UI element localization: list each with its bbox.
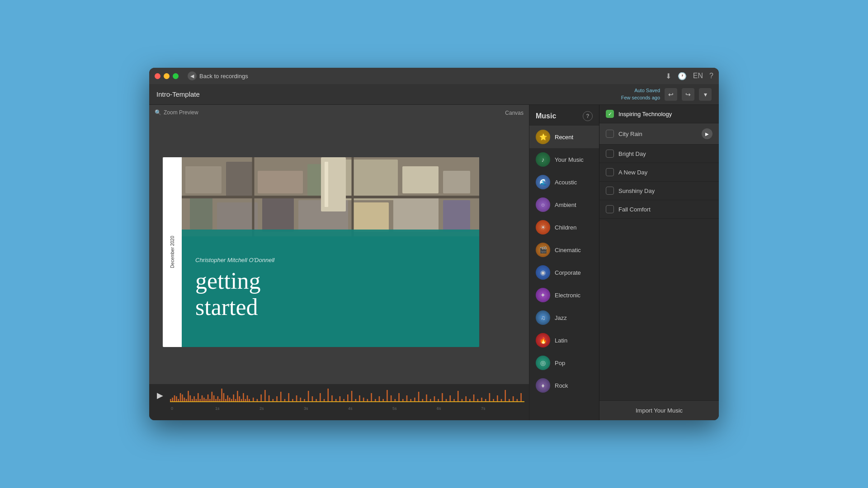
svg-rect-54 bbox=[237, 391, 238, 402]
slide-top-photo bbox=[163, 157, 479, 236]
pop-icon: ◎ bbox=[536, 356, 550, 370]
undo-button[interactable]: ↩ bbox=[665, 88, 677, 101]
category-item-corporate[interactable]: ◉ Corporate bbox=[529, 261, 599, 284]
svg-rect-42 bbox=[213, 395, 215, 402]
svg-rect-9 bbox=[217, 202, 258, 232]
track-item-brightday[interactable]: Bright Day bbox=[599, 145, 719, 163]
svg-rect-95 bbox=[387, 390, 388, 402]
svg-rect-57 bbox=[243, 393, 244, 402]
slide-author: Christopher Mitchell O'Donnell bbox=[195, 257, 466, 263]
track-checkbox-anewday[interactable] bbox=[606, 168, 614, 176]
svg-rect-26 bbox=[182, 394, 183, 402]
svg-rect-85 bbox=[347, 394, 349, 402]
slide-line1: getting bbox=[195, 268, 260, 294]
category-item-latin[interactable]: 🔥 Latin bbox=[529, 329, 599, 352]
slide[interactable]: December 2020 Christopher Mitchell O'Don… bbox=[163, 157, 479, 347]
second-bar: Intro-Template Auto Saved Few seconds ag… bbox=[149, 84, 719, 105]
import-music-button[interactable]: Import Your Music bbox=[599, 400, 719, 420]
svg-rect-98 bbox=[398, 393, 400, 402]
category-item-jazz[interactable]: ♫ Jazz bbox=[529, 306, 599, 329]
ruler-mark-0: 0 bbox=[170, 406, 214, 411]
svg-rect-125 bbox=[505, 390, 506, 402]
back-label: Back to recordings bbox=[199, 73, 248, 80]
download-icon[interactable]: ⬇ bbox=[665, 72, 671, 80]
slide-date: December 2020 bbox=[170, 236, 175, 268]
track-item-fallcomfort[interactable]: Fall Comfort bbox=[599, 200, 719, 219]
ruler-mark-7s: 7s bbox=[480, 406, 524, 411]
svg-rect-46 bbox=[221, 389, 222, 402]
svg-rect-105 bbox=[426, 394, 427, 402]
category-item-cinematic[interactable]: 🎬 Cinematic bbox=[529, 239, 599, 261]
svg-rect-123 bbox=[497, 395, 498, 402]
more-options-button[interactable]: ▾ bbox=[699, 88, 712, 101]
svg-rect-14 bbox=[443, 200, 470, 232]
track-checkbox-cityrain[interactable] bbox=[606, 130, 614, 138]
category-label-recent: Recent bbox=[555, 134, 573, 141]
second-bar-right: Auto Saved Few seconds ago ↩ ↪ ▾ bbox=[621, 87, 712, 101]
svg-rect-70 bbox=[288, 393, 289, 402]
auto-saved-label: Auto Saved bbox=[621, 87, 660, 94]
yourmusic-icon: ♪ bbox=[536, 152, 550, 167]
slide-content: Christopher Mitchell O'Donnell getting s… bbox=[182, 230, 479, 347]
category-item-acoustic[interactable]: 🌊 Acoustic bbox=[529, 171, 599, 193]
maximize-button[interactable] bbox=[173, 73, 179, 79]
minimize-button[interactable] bbox=[164, 73, 170, 79]
language-selector[interactable]: EN bbox=[693, 72, 703, 80]
svg-rect-47 bbox=[223, 393, 225, 402]
category-label-acoustic: Acoustic bbox=[555, 179, 577, 186]
slide-date-bar: December 2020 bbox=[163, 157, 182, 347]
track-item-cityrain[interactable]: City Rain ▶ bbox=[599, 123, 719, 145]
svg-rect-6 bbox=[402, 166, 439, 193]
category-item-electronic[interactable]: ✦ Electronic bbox=[529, 284, 599, 306]
track-checkbox-inspiring[interactable]: ✓ bbox=[606, 110, 614, 118]
help-icon[interactable]: ? bbox=[709, 72, 713, 80]
category-item-ambient[interactable]: ○ Ambient bbox=[529, 193, 599, 216]
music-help-button[interactable]: ? bbox=[583, 111, 593, 121]
track-item-sunshiny[interactable]: Sunshiny Day bbox=[599, 182, 719, 200]
svg-rect-1 bbox=[185, 166, 222, 193]
svg-rect-39 bbox=[208, 394, 209, 402]
svg-rect-109 bbox=[442, 393, 443, 402]
category-label-rock: Rock bbox=[555, 382, 568, 389]
track-item-anewday[interactable]: A New Day bbox=[599, 163, 719, 182]
category-label-cinematic: Cinematic bbox=[555, 247, 581, 253]
track-checkbox-brightday[interactable] bbox=[606, 150, 614, 158]
svg-rect-25 bbox=[180, 393, 181, 402]
ruler-mark-5s: 5s bbox=[392, 406, 436, 411]
track-play-cityrain[interactable]: ▶ bbox=[702, 128, 712, 139]
track-checkbox-sunshiny[interactable] bbox=[606, 187, 614, 195]
category-list: Music ? ⭐ Recent ♪ Your Music 🌊 Acoustic… bbox=[529, 105, 599, 420]
category-label-children: Children bbox=[555, 224, 576, 231]
back-button[interactable]: ◀ Back to recordings bbox=[188, 71, 248, 80]
close-button[interactable] bbox=[155, 73, 160, 79]
category-label-jazz: Jazz bbox=[555, 314, 567, 321]
category-item-yourmusic[interactable]: ♪ Your Music bbox=[529, 148, 599, 171]
play-button[interactable]: ▶ bbox=[154, 389, 166, 402]
track-name-fallcomfort: Fall Comfort bbox=[618, 206, 712, 213]
category-item-children[interactable]: ☀ Children bbox=[529, 216, 599, 239]
svg-rect-86 bbox=[351, 391, 353, 402]
redo-button[interactable]: ↪ bbox=[682, 88, 694, 101]
acoustic-icon: 🌊 bbox=[536, 175, 550, 189]
svg-rect-121 bbox=[489, 393, 491, 402]
category-item-recent[interactable]: ⭐ Recent bbox=[529, 126, 599, 148]
rock-icon: ♦ bbox=[536, 378, 550, 393]
history-icon[interactable]: 🕐 bbox=[678, 72, 687, 80]
category-item-rock[interactable]: ♦ Rock bbox=[529, 374, 599, 397]
zoom-preview-button[interactable]: 🔍 Zoom Preview bbox=[155, 109, 198, 116]
track-checkbox-fallcomfort[interactable] bbox=[606, 205, 614, 213]
ruler-mark-1s: 1s bbox=[214, 406, 259, 411]
traffic-lights bbox=[155, 73, 179, 79]
svg-rect-29 bbox=[188, 391, 189, 402]
category-item-pop[interactable]: ◎ Pop bbox=[529, 352, 599, 374]
svg-rect-64 bbox=[264, 390, 266, 402]
music-panel: Music ? ⭐ Recent ♪ Your Music 🌊 Acoustic… bbox=[529, 105, 719, 420]
svg-rect-78 bbox=[320, 393, 321, 402]
svg-rect-30 bbox=[190, 395, 191, 402]
canvas-area: 🔍 Zoom Preview Canvas bbox=[149, 105, 529, 420]
track-item-inspiring[interactable]: ✓ Inspiring Technology bbox=[599, 105, 719, 123]
svg-rect-12 bbox=[353, 202, 389, 232]
track-name-cityrain: City Rain bbox=[618, 131, 697, 137]
svg-rect-63 bbox=[260, 394, 262, 402]
svg-rect-59 bbox=[247, 395, 248, 402]
